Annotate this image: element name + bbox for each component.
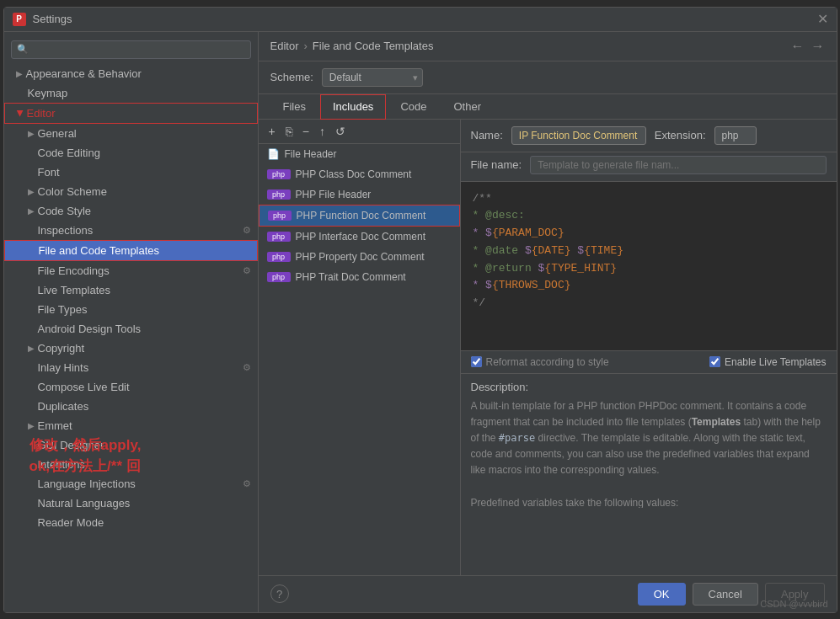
filename-input[interactable] — [530, 156, 826, 174]
template-item-php-class-doc[interactable]: php PHP Class Doc Comment — [259, 164, 460, 184]
scheme-select[interactable]: Default — [322, 68, 423, 87]
template-item-php-file-header[interactable]: php PHP File Header — [259, 184, 460, 205]
template-item-php-interface-doc[interactable]: php PHP Interface Doc Comment — [259, 227, 460, 247]
code-line-3: * ${PARAM_DOC} — [473, 225, 825, 243]
php-badge: php — [268, 211, 292, 221]
move-template-button[interactable]: ↑ — [316, 123, 329, 140]
back-button[interactable]: ← — [791, 39, 805, 54]
settings-icon: ⚙ — [243, 478, 251, 489]
breadcrumb-part1: Editor — [270, 40, 299, 52]
filename-row: File name: — [461, 152, 837, 182]
settings-dialog: P Settings ✕ 🔍 ▶ Appearance & Behavior K… — [3, 7, 837, 613]
arrow-icon: ▶ — [28, 129, 35, 138]
scheme-row: Scheme: Default — [259, 61, 837, 94]
sidebar-item-color-scheme[interactable]: ▶ Color Scheme — [4, 182, 258, 201]
tab-other[interactable]: Other — [441, 94, 494, 119]
sidebar-item-live-templates[interactable]: Live Templates — [4, 280, 258, 300]
search-input[interactable] — [32, 44, 245, 56]
remove-template-button[interactable]: − — [299, 123, 313, 140]
sidebar-item-natural-lang[interactable]: Natural Languages — [4, 494, 258, 513]
name-label: Name: — [471, 129, 503, 141]
ok-button[interactable]: OK — [638, 583, 686, 606]
sidebar-item-intentions[interactable]: Intentions — [4, 455, 258, 474]
enable-live-checkbox[interactable]: Enable Live Templates — [709, 356, 827, 368]
php-badge: php — [267, 232, 291, 242]
template-item-file-header[interactable]: 📄 File Header — [259, 144, 460, 164]
settings-icon: ⚙ — [243, 225, 251, 236]
code-editor[interactable]: /** * @desc: * ${PARAM_DOC} * @date ${DA… — [461, 182, 837, 350]
sidebar-item-emmet[interactable]: ▶ Emmet — [4, 416, 258, 435]
help-button[interactable]: ? — [270, 584, 289, 603]
arrow-icon: ▶ — [28, 187, 35, 196]
sidebar-item-file-types[interactable]: File Types — [4, 300, 258, 319]
code-line-5: * @return ${TYPE_HINT} — [473, 260, 825, 278]
breadcrumb: Editor › File and Code Templates ← → — [259, 32, 837, 61]
sidebar-item-android[interactable]: Android Design Tools — [4, 319, 258, 339]
sidebar-item-general[interactable]: ▶ General — [4, 124, 258, 143]
template-item-php-trait-doc[interactable]: php PHP Trait Doc Comment — [259, 267, 460, 287]
code-line-2: * @desc: — [473, 207, 825, 225]
template-items: 📄 File Header php PHP Class Doc Comment … — [259, 144, 460, 575]
template-item-php-property-doc[interactable]: php PHP Property Doc Comment — [259, 247, 460, 267]
extension-label: Extension: — [655, 129, 706, 141]
sidebar-item-editor[interactable]: ▶ Editor — [4, 103, 258, 124]
sidebar: 🔍 ▶ Appearance & Behavior Keymap ▶ Edito… — [4, 32, 259, 612]
search-box[interactable]: 🔍 — [11, 40, 251, 59]
sidebar-item-file-templates[interactable]: File and Code Templates — [4, 240, 258, 261]
filename-label: File name: — [471, 158, 522, 171]
name-row: Name: IP Function Doc Comment Extension:… — [461, 120, 837, 152]
sidebar-item-gui[interactable]: GUI Designer — [4, 435, 258, 455]
title-bar: P Settings ✕ — [4, 8, 837, 32]
code-line-4: * @date ${DATE} ${TIME} — [473, 243, 825, 260]
php-badge: php — [267, 169, 291, 179]
description-text: A built-in template for a PHP function P… — [471, 398, 827, 508]
code-line-6: * ${THROWS_DOC} — [473, 277, 825, 295]
watermark: CSDN @vvvbird — [760, 599, 827, 609]
sidebar-item-code-style[interactable]: ▶ Code Style — [4, 201, 258, 221]
code-line-1: /** — [473, 190, 825, 208]
reset-template-button[interactable]: ↺ — [332, 123, 349, 140]
arrow-icon: ▶ — [16, 69, 23, 78]
sidebar-item-font[interactable]: Font — [4, 163, 258, 182]
arrow-open-icon: ▶ — [15, 109, 24, 116]
extension-value[interactable]: php — [714, 126, 757, 145]
file-icon: 📄 — [267, 148, 280, 160]
sidebar-item-appearance[interactable]: ▶ Appearance & Behavior — [4, 64, 258, 83]
sidebar-item-inspections[interactable]: Inspections ⚙ — [4, 221, 258, 240]
cancel-button[interactable]: Cancel — [693, 583, 758, 606]
sidebar-item-keymap[interactable]: Keymap — [4, 83, 258, 103]
name-value[interactable]: IP Function Doc Comment — [511, 126, 646, 145]
close-button[interactable]: ✕ — [817, 13, 828, 26]
sidebar-item-reader-mode[interactable]: Reader Mode — [4, 513, 258, 532]
reformat-checkbox[interactable]: Reformat according to style — [471, 356, 609, 368]
sidebar-item-file-encodings[interactable]: File Encodings ⚙ — [4, 261, 258, 280]
arrow-icon: ▶ — [28, 344, 35, 353]
template-toolbar: + ⎘ − ↑ ↺ — [259, 120, 460, 144]
sidebar-item-compose[interactable]: Compose Live Edit — [4, 377, 258, 397]
breadcrumb-nav: ← → — [791, 39, 825, 54]
sidebar-item-code-editing[interactable]: Code Editing — [4, 143, 258, 163]
settings-icon: ⚙ — [243, 265, 251, 276]
arrow-icon: ▶ — [28, 421, 35, 430]
add-template-button[interactable]: + — [265, 123, 279, 140]
settings-icon: ⚙ — [243, 362, 251, 373]
sidebar-item-lang-inject[interactable]: Language Injections ⚙ — [4, 474, 258, 494]
tab-includes[interactable]: Includes — [320, 94, 386, 120]
forward-button[interactable]: → — [811, 39, 825, 54]
template-item-php-function-doc[interactable]: php PHP Function Doc Comment — [259, 205, 460, 227]
sidebar-item-copyright[interactable]: ▶ Copyright — [4, 339, 258, 358]
tab-files[interactable]: Files — [270, 94, 318, 119]
bottom-bar: ? OK Cancel Apply — [259, 575, 837, 612]
description-title: Description: — [471, 381, 827, 393]
tabs-bar: Files Includes Code Other — [259, 94, 837, 120]
copy-template-button[interactable]: ⎘ — [282, 123, 296, 140]
tab-code[interactable]: Code — [388, 94, 439, 119]
template-list: + ⎘ − ↑ ↺ 📄 File Header — [259, 120, 461, 575]
sidebar-item-inlay-hints[interactable]: Inlay Hints ⚙ — [4, 358, 258, 377]
php-badge: php — [267, 189, 291, 200]
sidebar-item-duplicates[interactable]: Duplicates — [4, 397, 258, 416]
breadcrumb-part2: File and Code Templates — [313, 40, 434, 52]
description-box: Description: A built-in template for a P… — [461, 374, 837, 575]
scheme-select-wrap[interactable]: Default — [322, 68, 423, 87]
php-badge: php — [267, 272, 291, 282]
